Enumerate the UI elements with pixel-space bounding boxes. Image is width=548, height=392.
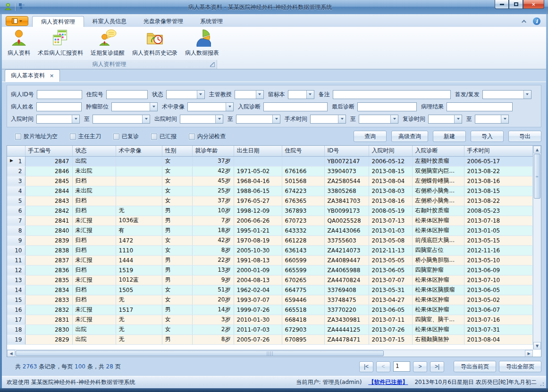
filter-combo-tumor-site[interactable] xyxy=(111,102,158,111)
export-button[interactable]: 导出 xyxy=(508,131,541,142)
scroll-left-icon[interactable]: ◀ xyxy=(7,350,15,357)
column-header-3[interactable]: 术中录像 xyxy=(116,146,162,156)
column-header-8[interactable]: ID号 xyxy=(324,146,369,156)
table-row[interactable]: 22846未出院女42岁1971-05-02676166339040732013… xyxy=(7,166,533,176)
filter-combo-status[interactable] xyxy=(166,90,205,99)
column-header-5[interactable]: 就诊年龄 xyxy=(192,146,234,156)
export-current-page-button[interactable]: 导出当前页 xyxy=(454,361,496,372)
chevron-down-icon[interactable] xyxy=(150,103,157,111)
table-row[interactable]: 142834归档1505女51岁1962-02-0466477533769408… xyxy=(7,285,533,295)
column-header-6[interactable]: 出生日期 xyxy=(234,146,282,156)
checkbox-revisited[interactable]: 已复诊 xyxy=(113,133,139,141)
layout-icon[interactable] xyxy=(18,3,25,11)
column-header-1[interactable]: 手工编号 xyxy=(25,146,72,156)
chevron-down-icon[interactable] xyxy=(215,115,223,123)
export-all-pages-button[interactable]: 导出全部页 xyxy=(499,361,541,372)
filter-combo-discharge-date-from[interactable] xyxy=(180,115,223,124)
table-row[interactable]: 102838归档1110女8岁2005-10-30636143ZA4214073… xyxy=(7,245,533,255)
postop-report-button[interactable]: 术后病人汇报资料 xyxy=(34,28,87,60)
tab-disc-video-management[interactable]: 光盘录像带管理 xyxy=(135,16,192,27)
vertical-scroll-thumb[interactable]: ≡ xyxy=(534,154,540,199)
scroll-right-icon[interactable]: ▶ xyxy=(525,350,533,357)
column-header-0[interactable] xyxy=(7,146,25,156)
chevron-down-icon[interactable] xyxy=(72,115,79,123)
chevron-down-icon[interactable] xyxy=(256,91,263,99)
patient-history-button[interactable]: 病人资料历史记录 xyxy=(128,28,181,60)
chevron-down-icon[interactable] xyxy=(226,103,233,111)
filter-combo-first-or-recurrence[interactable] xyxy=(482,90,531,99)
info-icon[interactable]: i xyxy=(533,17,540,25)
last-page-button[interactable]: >| xyxy=(430,361,444,372)
import-button[interactable]: 导入 xyxy=(471,131,504,142)
table-row[interactable]: 152833归档无女20岁1993-07-0765944633748475201… xyxy=(7,295,533,305)
column-header-4[interactable]: 性别 xyxy=(162,146,192,156)
tab-patient-data-management[interactable]: 病人资料管理 xyxy=(32,16,84,27)
tab-patient-basic-info[interactable]: 病人基本资料 × xyxy=(5,69,60,82)
table-row[interactable]: 32845归档女45岁1968-04-16501568ZA25805442013… xyxy=(7,176,533,186)
checkbox-reported[interactable]: 已汇报 xyxy=(151,133,177,141)
column-header-11[interactable]: 手术时间 xyxy=(464,146,533,156)
table-row[interactable]: 62842归档无男10岁1998-12-09367893YB0099173200… xyxy=(7,206,533,216)
table-row[interactable]: 162832未汇报1517男14岁1999-07-266655183377022… xyxy=(7,305,533,315)
filter-combo-revisit-date-from[interactable] xyxy=(428,115,462,124)
chevron-down-icon[interactable] xyxy=(501,115,508,123)
table-row[interactable]: 92839归档1472女42岁1970-08-19661228337556032… xyxy=(7,235,533,245)
filter-combo-chief-professor[interactable] xyxy=(235,90,264,99)
chevron-down-icon[interactable] xyxy=(272,115,280,123)
filter-input-remark[interactable] xyxy=(333,90,451,99)
first-page-button[interactable]: |< xyxy=(359,361,373,372)
table-row[interactable]: 192829出院无男8岁2005-07-26670895ZA4478471201… xyxy=(7,334,533,344)
chevron-down-icon[interactable] xyxy=(338,115,346,123)
collapse-ribbon-icon[interactable] xyxy=(522,19,526,24)
table-row[interactable]: 122836归档1519男13岁2000-01-09665599ZA406598… xyxy=(7,265,533,275)
filter-input-patient-name[interactable] xyxy=(36,102,82,111)
filter-combo-surgery-date-to[interactable] xyxy=(359,115,398,124)
close-button[interactable]: ✕ xyxy=(523,0,544,9)
checkbox-box-chief-surgeon[interactable] xyxy=(70,133,76,140)
checkbox-box-endocrine-exam[interactable] xyxy=(189,133,195,140)
column-header-9[interactable]: 入院时间 xyxy=(369,146,412,156)
tab-system-management[interactable]: 系统管理 xyxy=(192,16,231,27)
registered-link[interactable]: 【软件已注册】 xyxy=(368,378,408,386)
filter-combo-intraop-video[interactable] xyxy=(187,102,234,111)
table-row[interactable]: 52843归档女37岁1976-05-27676365ZA38417032013… xyxy=(7,196,533,206)
dialog-launcher-icon[interactable] xyxy=(210,62,215,67)
page-input[interactable]: 1 xyxy=(393,361,410,372)
column-header-2[interactable]: 状态 xyxy=(72,146,116,156)
column-header-10[interactable]: 入院诊断 xyxy=(412,146,464,156)
patient-data-button[interactable]: 病人资料 xyxy=(4,28,34,60)
chevron-down-icon[interactable] xyxy=(142,115,150,123)
app-menu-button[interactable] xyxy=(6,16,28,26)
chevron-down-icon[interactable] xyxy=(390,115,398,123)
column-header-7[interactable]: 住院号 xyxy=(282,146,324,156)
filter-combo-discharge-date-to[interactable] xyxy=(236,115,280,124)
table-row[interactable]: 72841未汇报1036蓝男7岁2006-06-26670723QA002552… xyxy=(7,216,533,225)
table-row[interactable]: ▶12847出院女37岁YB00721472006-05-12左额叶胶质瘤200… xyxy=(7,156,533,166)
checkbox-endocrine-exam[interactable]: 内分泌检查 xyxy=(189,133,226,141)
horizontal-scrollbar[interactable]: ◀ |||| ▶ xyxy=(7,350,533,357)
filter-input-final-diagnosis[interactable] xyxy=(357,102,417,111)
chevron-down-icon[interactable] xyxy=(523,91,531,99)
checkbox-chief-surgeon[interactable]: 主任主刀 xyxy=(70,133,101,141)
scroll-up-icon[interactable]: ▲ xyxy=(533,146,541,153)
filter-input-patient-id[interactable] xyxy=(37,90,82,99)
filter-input-admission-no[interactable] xyxy=(106,90,148,99)
next-page-button[interactable]: > xyxy=(413,361,427,372)
data-report-button[interactable]: 病人数据报表 xyxy=(181,28,223,60)
new-button[interactable]: 新建 xyxy=(433,131,466,142)
checkbox-box-revisited[interactable] xyxy=(113,133,119,140)
checkbox-box-film-address-empty[interactable] xyxy=(15,133,21,140)
filter-combo-admission-date-to[interactable] xyxy=(93,115,150,124)
horizontal-scroll-thumb[interactable]: |||| xyxy=(16,350,384,356)
scroll-down-icon[interactable]: ▼ xyxy=(533,342,541,350)
tab-close-icon[interactable]: × xyxy=(50,73,54,79)
table-row[interactable]: 112837未汇报1444男22岁1991-08-13660599ZA40894… xyxy=(7,255,533,265)
tab-staff-info[interactable]: 科室人员信息 xyxy=(84,16,135,27)
resize-grip-icon[interactable] xyxy=(539,381,544,386)
query-button[interactable]: 查询 xyxy=(354,131,387,142)
table-row[interactable]: 172831未汇报无女3岁2010-01-30668418ZA343098120… xyxy=(7,315,533,325)
chevron-down-icon[interactable] xyxy=(197,91,204,99)
chevron-down-icon[interactable] xyxy=(454,115,462,123)
checkbox-box-reported[interactable] xyxy=(151,133,157,140)
filter-combo-specimen-kept[interactable] xyxy=(288,90,314,99)
